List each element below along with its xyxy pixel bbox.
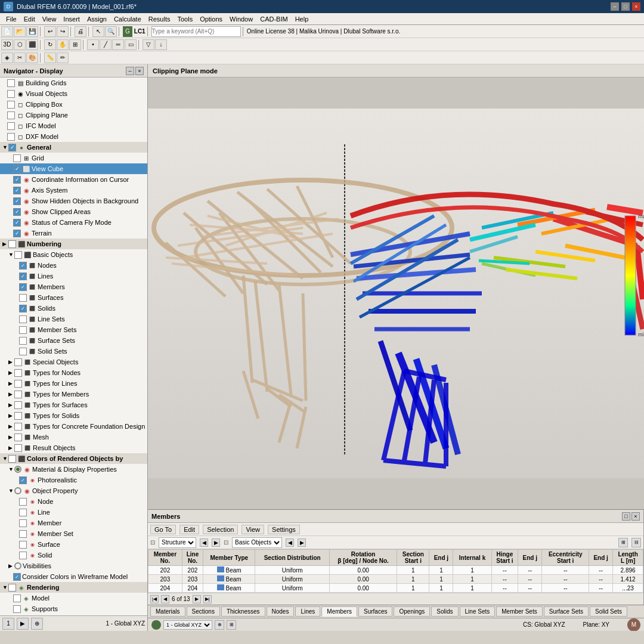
check-surface-color[interactable] <box>19 541 27 549</box>
tab-lines[interactable]: Lines <box>295 606 320 617</box>
table-row[interactable]: 204 204 Beam Uniform 0.00 1 1 1 -- -- - <box>148 584 643 593</box>
check-mesh[interactable] <box>14 434 22 441</box>
check-nodes[interactable]: ✓ <box>19 262 27 270</box>
annotate-btn[interactable]: ✏ <box>57 52 69 63</box>
nav-close-btn[interactable]: × <box>135 67 144 75</box>
nav-nodes[interactable]: ✓ ⬛ Nodes <box>0 260 147 271</box>
radio-visibilities[interactable] <box>14 562 21 569</box>
nav-result-objects[interactable]: ▶ ⬛ Result Objects <box>0 442 147 453</box>
nav-mesh[interactable]: ▶ ⬛ Mesh <box>0 432 147 442</box>
check-line-sets[interactable] <box>19 315 27 323</box>
nav-member-set-color[interactable]: ◉ Member Set <box>0 528 147 539</box>
check-model-render[interactable] <box>13 595 21 602</box>
tab-line-sets[interactable]: Line Sets <box>460 606 496 617</box>
menu-assign[interactable]: Assign <box>83 13 110 25</box>
nav-surface-sets[interactable]: ⬛ Surface Sets <box>0 335 147 346</box>
check-photorealistic[interactable]: ✓ <box>19 476 27 484</box>
menu-file[interactable]: File <box>2 13 20 25</box>
menu-options[interactable]: Options <box>196 13 226 25</box>
check-solids[interactable]: ✓ <box>19 305 27 312</box>
check-rendering[interactable] <box>8 584 16 592</box>
check-building-grids[interactable] <box>7 79 15 87</box>
rotate-btn[interactable]: ↻ <box>44 39 56 50</box>
members-float-btn[interactable]: □ <box>622 512 630 521</box>
support-btn[interactable]: ▽ <box>143 39 154 50</box>
check-solid-sets[interactable] <box>19 348 27 355</box>
page-last-btn[interactable]: ▶| <box>203 595 212 603</box>
table-btn2[interactable]: ⊟ <box>631 538 641 547</box>
check-supports-render[interactable] <box>13 605 21 613</box>
nav-visibilities[interactable]: ▶ Visibilities <box>0 561 147 571</box>
select-btn[interactable]: ↖ <box>92 26 104 37</box>
check-clipping-box[interactable] <box>7 101 15 109</box>
page-first-btn[interactable]: |◀ <box>150 595 159 603</box>
tab-sections[interactable]: Sections <box>187 606 220 617</box>
structure-filter[interactable]: Structure <box>159 537 196 548</box>
load-btn[interactable]: ↓ <box>155 39 167 50</box>
zoomextents-btn[interactable]: ⊞ <box>69 39 81 50</box>
table-row[interactable]: 202 202 Beam Uniform 0.00 1 1 1 -- -- - <box>148 566 643 575</box>
filter-prev-btn[interactable]: ◀ <box>200 538 208 547</box>
objects-filter[interactable]: Basic Objects <box>232 537 282 548</box>
nav-types-nodes[interactable]: ▶ ⬛ Types for Nodes <box>0 367 147 378</box>
check-view-cube[interactable]: ✓ <box>13 165 21 173</box>
nav-types-surfaces[interactable]: ▶ ⬛ Types for Surfaces <box>0 400 147 410</box>
check-surfaces[interactable] <box>19 294 27 302</box>
nav-show-clipped[interactable]: ✓ ◉ Show Clipped Areas <box>0 206 147 217</box>
nav-types-solids[interactable]: ▶ ⬛ Types for Solids <box>0 410 147 421</box>
tab-nodes[interactable]: Nodes <box>267 606 295 617</box>
nav-members-item[interactable]: ✓ ⬛ Members <box>0 281 147 292</box>
nav-view-cube[interactable]: ✓ ⬜ View Cube <box>0 163 147 174</box>
nav-grid[interactable]: ⊞ Grid <box>0 153 147 163</box>
menu-view[interactable]: View <box>39 13 60 25</box>
view-btn[interactable]: View <box>242 525 264 534</box>
wireframe-btn[interactable]: ⬡ <box>14 39 26 50</box>
zoom-btn[interactable]: 🔍 <box>105 26 117 37</box>
objects-filter-prev-btn[interactable]: ◀ <box>286 538 294 547</box>
nav-lines[interactable]: ✓ ⬛ Lines <box>0 271 147 281</box>
coord-system-select[interactable]: 1 - Global XYZ <box>163 620 212 630</box>
nav-terrain[interactable]: ✓ ◉ Terrain <box>0 228 147 239</box>
maximize-button[interactable]: □ <box>621 2 630 11</box>
nav-axis-system[interactable]: ✓ ◉ Axis System <box>0 185 147 196</box>
tab-solid-sets[interactable]: Solid Sets <box>590 606 627 617</box>
check-result-objects[interactable] <box>14 444 22 452</box>
check-consider-colors[interactable]: ✓ <box>13 573 21 581</box>
check-general[interactable]: ✓ <box>8 144 16 151</box>
nav-solid-sets[interactable]: ⬛ Solid Sets <box>0 346 147 357</box>
check-grid[interactable] <box>13 154 21 162</box>
check-types-nodes[interactable] <box>14 369 22 377</box>
menu-window[interactable]: Window <box>226 13 256 25</box>
nav-line-sets[interactable]: ⬛ Line Sets <box>0 314 147 324</box>
nav-bottom-btn1[interactable]: 1 <box>2 618 14 630</box>
filter-next-btn[interactable]: ▶ <box>212 538 220 547</box>
nav-solid-color[interactable]: ◉ Solid <box>0 550 147 561</box>
nav-numbering-group[interactable]: ▶ ⬛ Numbering <box>0 239 147 249</box>
goto-btn[interactable]: Go To <box>150 525 176 534</box>
check-terrain[interactable]: ✓ <box>13 230 21 237</box>
nav-visual-objects[interactable]: ◉ Visual Objects <box>0 88 147 99</box>
menu-tools[interactable]: Tools <box>174 13 196 25</box>
menu-insert[interactable]: Insert <box>60 13 83 25</box>
nav-consider-colors[interactable]: ✓ Consider Colors in Wireframe Model <box>0 571 147 582</box>
titlebar-controls[interactable]: – □ × <box>611 2 640 11</box>
nav-model-render[interactable]: ◈ Model <box>0 593 147 603</box>
nav-general-group[interactable]: ▼ ✓ ● General <box>0 142 147 153</box>
pan-btn[interactable]: ✋ <box>57 39 69 50</box>
check-members[interactable]: ✓ <box>19 283 27 291</box>
snap-btn[interactable]: ⊕ <box>215 620 224 630</box>
nav-clipping-box[interactable]: ◻ Clipping Box <box>0 99 147 110</box>
check-show-clipped[interactable]: ✓ <box>13 208 21 216</box>
check-colors[interactable] <box>8 455 16 463</box>
nav-rendering-group[interactable]: ▼ ◈ Rendering <box>0 582 147 593</box>
view3d-btn[interactable]: 3D <box>1 39 13 50</box>
nav-node[interactable]: ◉ Node <box>0 496 147 507</box>
nav-bottom-btn2[interactable]: ▶ <box>17 618 29 630</box>
menu-cadbim[interactable]: CAD-BIM <box>256 13 291 25</box>
render-btn[interactable]: ◈ <box>1 52 13 63</box>
check-numbering[interactable] <box>8 240 16 248</box>
undo-btn[interactable]: ↩ <box>44 26 56 37</box>
check-member-color[interactable] <box>19 519 27 527</box>
nav-show-hidden[interactable]: ✓ ◉ Show Hidden Objects in Background <box>0 196 147 206</box>
page-prev-btn[interactable]: ◀ <box>161 595 169 603</box>
